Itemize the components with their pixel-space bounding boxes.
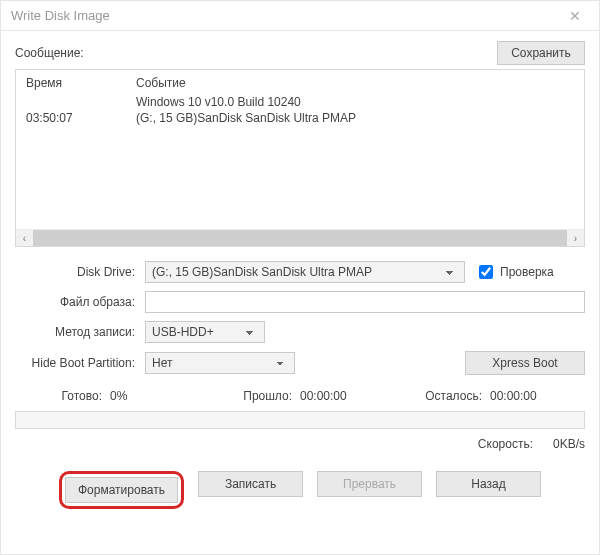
speed-label: Скорость: — [478, 437, 533, 451]
titlebar: Write Disk Image ✕ — [1, 1, 599, 31]
verify-checkbox[interactable] — [479, 265, 493, 279]
verify-label: Проверка — [500, 265, 554, 279]
back-button[interactable]: Назад — [436, 471, 541, 497]
remain-label: Осталось: — [395, 389, 490, 403]
close-icon[interactable]: ✕ — [561, 5, 589, 27]
scroll-thumb[interactable] — [33, 230, 567, 246]
verify-checkbox-wrap[interactable]: Проверка — [465, 262, 585, 282]
speed-row: Скорость: 0KB/s — [15, 437, 585, 451]
scroll-track[interactable] — [33, 230, 567, 246]
hide-boot-label: Hide Boot Partition: — [15, 356, 145, 370]
action-buttons: Форматировать Записать Прервать Назад — [15, 471, 585, 509]
scroll-left-icon[interactable]: ‹ — [16, 230, 33, 247]
format-button[interactable]: Форматировать — [65, 477, 178, 503]
xpress-boot-button[interactable]: Xpress Boot — [465, 351, 585, 375]
progress-bar — [15, 411, 585, 429]
log-pane: Время Событие Windows 10 v10.0 Build 102… — [15, 69, 585, 247]
hide-boot-select[interactable]: Нет — [145, 352, 295, 374]
log-event-cell: (G:, 15 GB)SanDisk SanDisk Ultra PMAP — [136, 111, 574, 125]
image-file-input[interactable] — [145, 291, 585, 313]
elapsed-value: 00:00:00 — [300, 389, 395, 403]
log-time-cell — [26, 95, 136, 109]
write-method-select[interactable]: USB-HDD+ — [145, 321, 265, 343]
format-highlight: Форматировать — [59, 471, 184, 509]
save-button[interactable]: Сохранить — [497, 41, 585, 65]
horizontal-scrollbar[interactable]: ‹ › — [16, 229, 584, 246]
log-row: 03:50:07 (G:, 15 GB)SanDisk SanDisk Ultr… — [26, 110, 574, 126]
speed-value: 0KB/s — [553, 437, 585, 451]
log-column-time: Время — [26, 76, 136, 90]
window-title: Write Disk Image — [11, 8, 110, 23]
message-label: Сообщение: — [15, 46, 497, 60]
scroll-right-icon[interactable]: › — [567, 230, 584, 247]
log-rows: Windows 10 v10.0 Build 10240 03:50:07 (G… — [16, 94, 584, 229]
write-button[interactable]: Записать — [198, 471, 303, 497]
done-value: 0% — [110, 389, 205, 403]
disk-drive-label: Disk Drive: — [15, 265, 145, 279]
log-row: Windows 10 v10.0 Build 10240 — [26, 94, 574, 110]
remain-value: 00:00:00 — [490, 389, 585, 403]
log-event-cell: Windows 10 v10.0 Build 10240 — [136, 95, 574, 109]
settings-form: Disk Drive: (G:, 15 GB)SanDisk SanDisk U… — [15, 261, 585, 375]
log-column-event: Событие — [136, 76, 574, 90]
write-disk-image-window: Write Disk Image ✕ Сообщение: Сохранить … — [0, 0, 600, 555]
disk-drive-select[interactable]: (G:, 15 GB)SanDisk SanDisk Ultra PMAP — [145, 261, 465, 283]
dialog-body: Сообщение: Сохранить Время Событие Windo… — [1, 31, 599, 554]
abort-button[interactable]: Прервать — [317, 471, 422, 497]
write-method-label: Метод записи: — [15, 325, 145, 339]
status-row: Готово: 0% Прошло: 00:00:00 Осталось: 00… — [15, 389, 585, 403]
image-file-label: Файл образа: — [15, 295, 145, 309]
elapsed-label: Прошло: — [205, 389, 300, 403]
done-label: Готово: — [15, 389, 110, 403]
log-time-cell: 03:50:07 — [26, 111, 136, 125]
